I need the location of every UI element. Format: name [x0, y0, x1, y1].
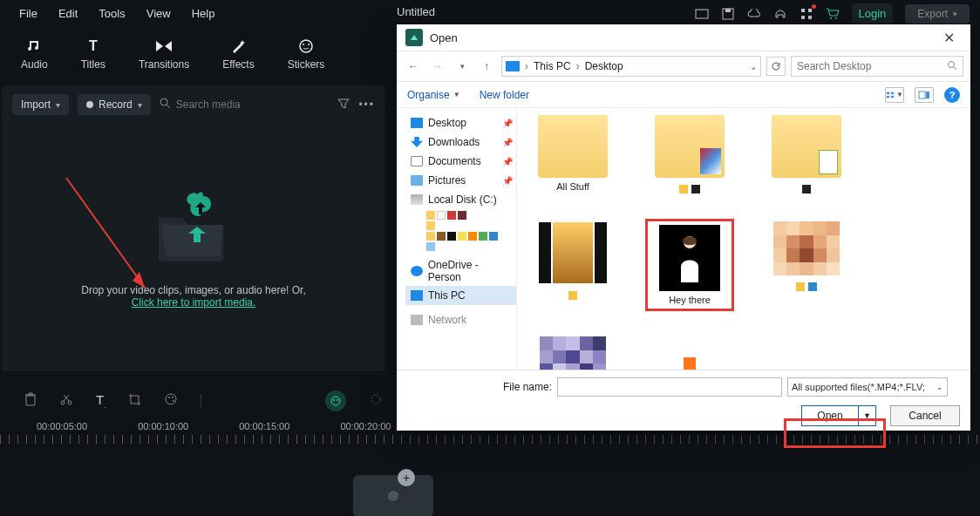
- dialog-search-input[interactable]: [797, 60, 936, 72]
- chevron-down-icon: ▼: [453, 91, 460, 98]
- tree-documents[interactable]: Documents📌: [405, 152, 516, 171]
- navigation-pane[interactable]: Desktop📌 Downloads📌 Documents📌 Pictures📌…: [397, 108, 517, 370]
- marker-icon[interactable]: [369, 392, 383, 410]
- tab-audio[interactable]: Audio: [21, 37, 48, 71]
- tree-downloads[interactable]: Downloads📌: [405, 132, 516, 152]
- tab-stickers[interactable]: Stickers: [288, 37, 325, 71]
- open-button-label: Open: [801, 405, 859, 426]
- tree-desktop[interactable]: Desktop📌: [405, 113, 516, 132]
- tab-titles-label: Titles: [81, 58, 105, 71]
- record-dropdown[interactable]: Record▾: [78, 94, 151, 115]
- menu-tools[interactable]: Tools: [88, 3, 135, 24]
- chevron-down-icon[interactable]: ⌄: [750, 62, 757, 71]
- breadcrumb-desktop[interactable]: Desktop: [585, 60, 623, 72]
- svg-point-26: [949, 61, 955, 67]
- layout-icon[interactable]: [695, 7, 709, 21]
- menu-edit[interactable]: Edit: [48, 3, 88, 24]
- menu-file[interactable]: File: [9, 3, 48, 24]
- svg-point-12: [160, 98, 167, 105]
- chevron-down-icon: ▾: [138, 100, 142, 110]
- file-item[interactable]: [648, 357, 732, 370]
- file-item[interactable]: [765, 221, 848, 309]
- tab-transitions[interactable]: Transitions: [139, 37, 189, 71]
- folder-item[interactable]: [531, 221, 615, 309]
- tab-effects[interactable]: Effects: [222, 37, 254, 71]
- tree-thispc[interactable]: This PC: [405, 286, 516, 305]
- nav-forward-button[interactable]: →: [428, 57, 447, 76]
- menu-view[interactable]: View: [136, 3, 181, 24]
- folder-item[interactable]: [648, 115, 732, 194]
- menu-help[interactable]: Help: [181, 3, 226, 24]
- cancel-button[interactable]: Cancel: [890, 405, 960, 426]
- search-media[interactable]: [160, 98, 272, 112]
- folder-item[interactable]: [765, 115, 848, 194]
- timeline-clip-placeholder[interactable]: [353, 475, 433, 516]
- tree-localdisk[interactable]: Local Disk (C:): [405, 190, 516, 209]
- color-icon[interactable]: [164, 392, 178, 410]
- more-icon[interactable]: •••: [358, 98, 375, 112]
- headset-icon[interactable]: [773, 7, 787, 21]
- ruler-label: 00:00:10:00: [138, 421, 188, 431]
- svg-point-17: [68, 401, 71, 404]
- image-thumbnail: [773, 221, 840, 275]
- music-note-icon: [25, 37, 43, 55]
- dialog-titlebar[interactable]: Open ✕: [397, 24, 970, 51]
- search-media-input[interactable]: [176, 98, 272, 111]
- tab-titles[interactable]: T Titles: [81, 37, 105, 71]
- tree-onedrive[interactable]: OneDrive - Person: [405, 261, 516, 281]
- filter-icon[interactable]: [337, 98, 350, 112]
- tree-pictures[interactable]: Pictures📌: [405, 171, 516, 190]
- transitions-icon: [155, 37, 173, 55]
- desktop-icon: [411, 118, 423, 128]
- new-folder-button[interactable]: New folder: [480, 89, 529, 101]
- open-button[interactable]: Open ▼: [801, 405, 876, 426]
- file-type-filter[interactable]: All supported files(*.MP4;*.FLV;⌄: [787, 377, 948, 397]
- media-drop-zone[interactable]: Drop your video clips, images, or audio …: [2, 124, 385, 333]
- svg-rect-0: [696, 10, 708, 18]
- export-button[interactable]: Export▾: [905, 4, 970, 24]
- nav-recent-button[interactable]: ▾: [453, 57, 472, 76]
- import-media-link[interactable]: Click here to import media.: [132, 296, 256, 309]
- svg-rect-33: [926, 92, 929, 98]
- pin-icon: 📌: [502, 119, 513, 128]
- close-button[interactable]: ✕: [936, 28, 962, 48]
- help-button[interactable]: ?: [944, 87, 960, 103]
- nav-back-button[interactable]: ←: [404, 57, 423, 76]
- open-dropdown-icon[interactable]: ▼: [859, 405, 876, 426]
- organise-menu[interactable]: Organise ▼: [407, 89, 460, 101]
- view-mode-button[interactable]: ▼: [885, 87, 904, 103]
- svg-line-13: [167, 105, 170, 108]
- filename-input[interactable]: [557, 377, 782, 397]
- nav-up-button[interactable]: ↑: [477, 57, 496, 76]
- refresh-button[interactable]: [766, 57, 786, 76]
- apps-icon[interactable]: [800, 7, 813, 21]
- address-bar[interactable]: › This PC › Desktop ⌄: [501, 56, 761, 77]
- split-icon[interactable]: [59, 392, 73, 410]
- svg-rect-3: [801, 9, 805, 12]
- file-list[interactable]: All Stuff: [517, 108, 970, 370]
- file-item-heythere[interactable]: Hey there: [648, 221, 732, 309]
- delete-icon[interactable]: [24, 392, 37, 410]
- login-button[interactable]: Login: [852, 3, 894, 24]
- svg-rect-6: [808, 16, 812, 19]
- file-item[interactable]: [531, 336, 615, 370]
- text-tool-icon[interactable]: T.: [96, 392, 105, 410]
- svg-point-21: [173, 400, 174, 402]
- import-dropdown[interactable]: Import▾: [12, 94, 69, 115]
- cloud-icon[interactable]: [747, 7, 761, 21]
- folder-icon: [655, 115, 725, 178]
- pc-icon: [411, 290, 423, 301]
- save-icon[interactable]: [721, 7, 735, 21]
- folder-item-allstuff[interactable]: All Stuff: [531, 115, 615, 194]
- crop-icon[interactable]: [128, 393, 141, 410]
- cart-icon[interactable]: [826, 7, 840, 21]
- ai-assistant-icon[interactable]: [325, 390, 346, 411]
- search-icon: [947, 60, 957, 73]
- breadcrumb-thispc[interactable]: This PC: [534, 60, 571, 72]
- preview-pane-button[interactable]: [915, 87, 934, 103]
- tree-network[interactable]: Network: [405, 310, 516, 329]
- dialog-search[interactable]: [791, 56, 963, 77]
- file-icon: [684, 357, 696, 370]
- add-clip-button[interactable]: +: [398, 469, 415, 486]
- tree-thumb-row: [426, 242, 516, 251]
